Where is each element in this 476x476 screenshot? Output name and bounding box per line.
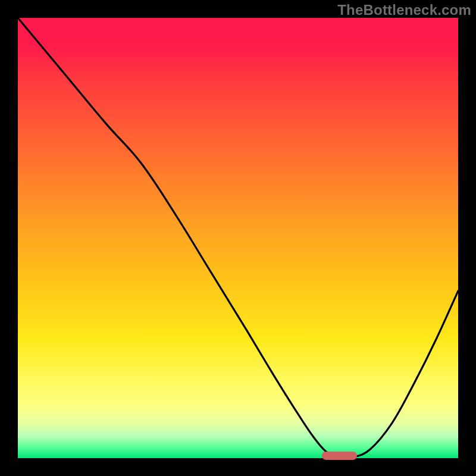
watermark-text: TheBottleneck.com	[337, 2, 471, 18]
optimal-range-marker	[322, 452, 357, 460]
outer-frame: TheBottleneck.com	[0, 0, 476, 476]
curve-svg	[18, 18, 458, 458]
plot-area	[18, 18, 458, 458]
bottleneck-curve	[18, 18, 458, 458]
